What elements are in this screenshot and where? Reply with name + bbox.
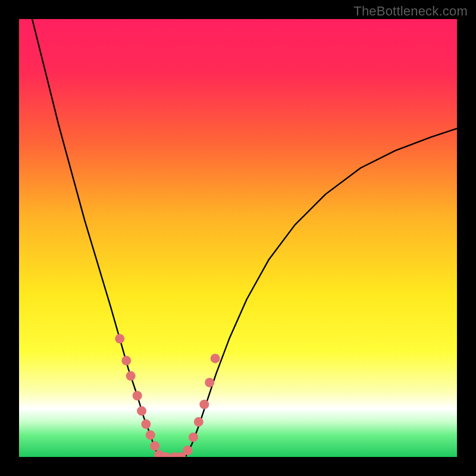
sample-dot	[205, 378, 214, 387]
sample-dot	[194, 417, 203, 427]
sample-dot	[133, 391, 142, 400]
sample-dot	[146, 430, 155, 440]
sample-dot	[189, 433, 198, 442]
plot-area	[19, 19, 457, 457]
sample-dot	[183, 446, 192, 455]
sample-dot	[137, 406, 146, 416]
sample-dot	[115, 334, 124, 343]
sample-dot	[211, 353, 220, 363]
sample-dot	[121, 356, 131, 365]
watermark-text: TheBottleneck.com	[353, 4, 468, 19]
sample-dot	[141, 419, 151, 429]
gradient-background	[19, 19, 457, 457]
chart-frame: TheBottleneck.com	[0, 0, 476, 476]
sample-dot	[199, 400, 209, 409]
sample-dot	[126, 371, 136, 381]
sample-dot	[150, 441, 159, 451]
plot-svg	[19, 19, 457, 457]
